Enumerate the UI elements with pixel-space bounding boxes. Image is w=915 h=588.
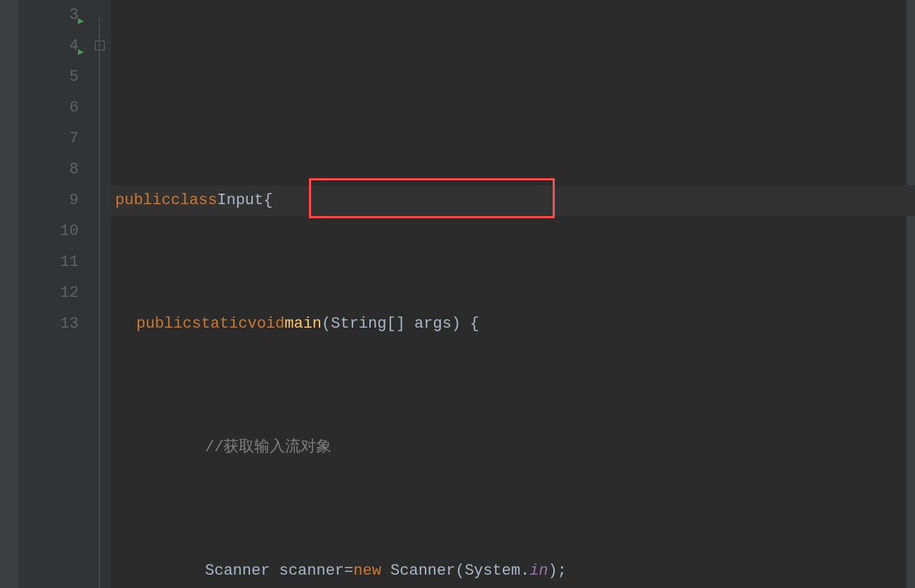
annotation-rect <box>309 178 555 218</box>
class-name: Input <box>217 185 263 216</box>
kw: public <box>136 309 192 340</box>
line-number: 10 <box>19 216 79 247</box>
line-number: 3 <box>19 0 79 31</box>
line-number: 9 <box>19 185 79 216</box>
line-gutter[interactable]: ▶ ▶ 3 4 5 6 7 8 9 10 11 12 13 <box>19 0 91 588</box>
kw: class <box>171 185 217 216</box>
comment: //获取输入流对象 <box>205 432 331 463</box>
kw: static <box>192 309 247 340</box>
code-content[interactable]: public class Input { public static void … <box>111 0 915 588</box>
kw: new <box>353 556 381 587</box>
field: in <box>529 556 548 587</box>
t: ); <box>548 556 566 587</box>
method-name: main <box>284 309 322 340</box>
brace: { <box>263 185 272 216</box>
run-gutter-icon[interactable]: ▶ <box>78 36 84 67</box>
code-editor: ▶ ▶ 3 4 5 6 7 8 9 10 11 12 13 − public c… <box>0 0 915 588</box>
fold-toggle[interactable]: − <box>95 41 105 51</box>
line-number: 4 <box>19 31 79 62</box>
left-tool-stripe[interactable] <box>0 0 19 588</box>
run-gutter-icon[interactable]: ▶ <box>78 6 84 36</box>
line-number: 8 <box>19 154 79 185</box>
fold-guide <box>99 18 100 588</box>
scrollbar[interactable] <box>907 0 915 588</box>
args: (String[] args) { <box>322 309 479 340</box>
fold-column[interactable]: − <box>91 0 111 588</box>
line-number: 13 <box>19 309 79 340</box>
line-number: 5 <box>19 62 79 93</box>
t: Scanner scanner= <box>205 556 353 587</box>
line-number: 11 <box>19 247 79 278</box>
kw: void <box>247 309 284 340</box>
kw: public <box>115 185 171 216</box>
t: Scanner(System. <box>381 556 529 587</box>
line-number: 12 <box>19 278 79 309</box>
line-number: 7 <box>19 123 79 154</box>
line-number: 6 <box>19 93 79 123</box>
